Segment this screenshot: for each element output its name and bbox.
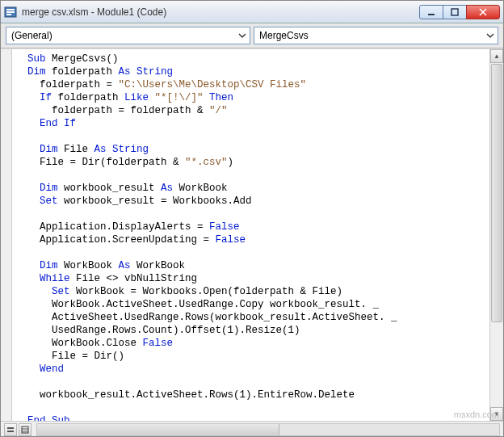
svg-rect-3 bbox=[6, 14, 11, 15]
window-title: merge csv.xlsm - Module1 (Code) bbox=[22, 6, 420, 18]
procedure-view-button[interactable] bbox=[4, 423, 17, 436]
svg-rect-1 bbox=[6, 9, 15, 11]
horizontal-scrollbar[interactable] bbox=[36, 423, 500, 436]
procedure-combo[interactable]: MergeCsvs bbox=[254, 27, 498, 44]
app-icon bbox=[4, 6, 17, 19]
watermark-text: msxdn.com bbox=[454, 410, 499, 419]
chevron-down-icon bbox=[486, 32, 494, 40]
margin-indicator-bar bbox=[1, 49, 12, 421]
bottom-bar bbox=[1, 421, 503, 437]
chevron-down-icon bbox=[238, 32, 246, 40]
svg-rect-2 bbox=[6, 11, 15, 13]
hscroll-thumb[interactable] bbox=[37, 424, 279, 435]
procedure-combo-value: MergeCsvs bbox=[259, 30, 309, 41]
scroll-up-arrow-icon[interactable]: ▲ bbox=[490, 49, 503, 63]
svg-rect-4 bbox=[428, 14, 435, 15]
svg-rect-7 bbox=[7, 431, 14, 432]
dropdown-bar: (General) MergeCsvs bbox=[1, 23, 503, 48]
object-combo-value: (General) bbox=[11, 30, 52, 41]
svg-rect-6 bbox=[7, 427, 14, 429]
code-editor[interactable]: Sub MergeCsvs() Dim folderpath As String… bbox=[1, 48, 503, 421]
object-combo[interactable]: (General) bbox=[6, 27, 250, 44]
window-controls bbox=[420, 5, 500, 19]
svg-rect-5 bbox=[452, 9, 458, 15]
close-button[interactable] bbox=[466, 5, 500, 19]
title-bar: merge csv.xlsm - Module1 (Code) bbox=[1, 1, 503, 23]
code-text[interactable]: Sub MergeCsvs() Dim folderpath As String… bbox=[15, 53, 489, 421]
full-module-view-button[interactable] bbox=[19, 423, 32, 436]
scroll-thumb[interactable] bbox=[491, 64, 502, 322]
svg-rect-8 bbox=[22, 426, 28, 433]
maximize-button[interactable] bbox=[443, 5, 467, 19]
minimize-button[interactable] bbox=[419, 5, 443, 19]
vertical-scrollbar[interactable]: ▲ ▼ bbox=[489, 49, 503, 421]
